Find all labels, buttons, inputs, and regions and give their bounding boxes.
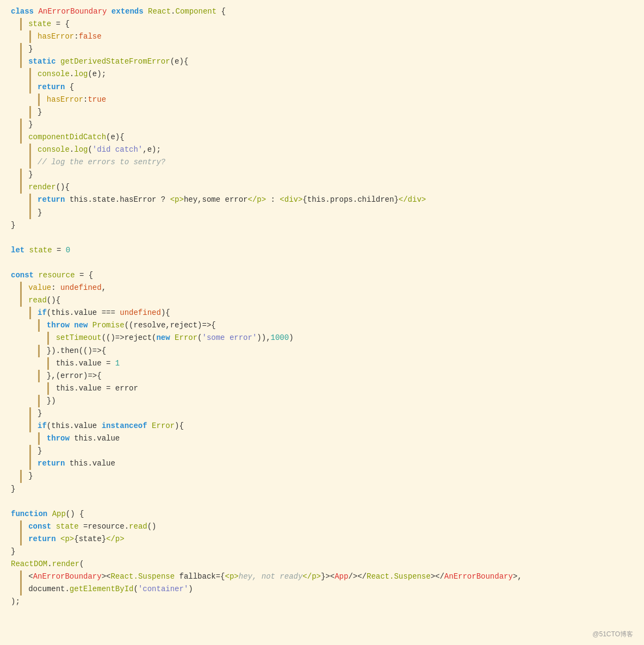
code-line: return this.value xyxy=(11,457,633,470)
indent-bar xyxy=(20,282,26,294)
code-line: },(error)=>{ xyxy=(11,370,633,382)
indent-bar xyxy=(29,156,35,169)
code-line: } xyxy=(11,445,633,457)
code-line: const resource = { xyxy=(11,269,633,282)
code-line: return <p>{state}</p> xyxy=(11,533,633,545)
indent-bar xyxy=(20,570,26,583)
code-line: document.getElementById('container') xyxy=(11,583,633,596)
code-line: render(){ xyxy=(11,181,633,194)
code-line: componentDidCatch(e){ xyxy=(11,131,633,144)
indent-bar xyxy=(20,18,26,30)
indent-bar xyxy=(29,30,35,43)
indent-bar xyxy=(38,370,44,382)
code-line xyxy=(11,495,633,508)
code-line: class AnErrorBoundary extends React.Comp… xyxy=(11,5,633,18)
code-line: } xyxy=(11,483,633,495)
indent-bar xyxy=(38,432,44,445)
code-line: value: undefined, xyxy=(11,282,633,294)
watermark: @51CTO博客 xyxy=(592,629,633,640)
indent-bar xyxy=(29,68,35,80)
code-line: state = { xyxy=(11,18,633,30)
indent-bar xyxy=(47,382,53,395)
code-line: console.log('did catch',e); xyxy=(11,144,633,156)
indent-bar xyxy=(20,131,26,144)
indent-bar xyxy=(20,583,26,596)
code-line: } xyxy=(11,43,633,55)
code-line: } xyxy=(11,169,633,181)
code-line: hasError:false xyxy=(11,30,633,43)
code-line: } xyxy=(11,407,633,420)
indent-bar xyxy=(29,106,35,119)
code-line: static getDerivedStateFromError(e){ xyxy=(11,55,633,68)
indent-bar xyxy=(20,169,26,181)
code-line: } xyxy=(11,106,633,119)
code-line: } xyxy=(11,470,633,482)
code-line: ReactDOM.render( xyxy=(11,558,633,570)
code-line xyxy=(11,257,633,269)
indent-bar xyxy=(38,395,44,407)
code-line: throw this.value xyxy=(11,432,633,445)
indent-bar xyxy=(20,520,26,533)
code-line: if(this.value === undefined){ xyxy=(11,307,633,319)
code-line: const state =resource.read() xyxy=(11,520,633,533)
code-line xyxy=(11,232,633,244)
code-line: setTimeout(()=>reject(new Error('some er… xyxy=(11,332,633,344)
indent-bar xyxy=(20,294,26,307)
indent-bar xyxy=(20,55,26,68)
indent-bar xyxy=(29,194,35,206)
indent-bar xyxy=(20,470,26,482)
code-line: let state = 0 xyxy=(11,244,633,257)
code-line: } xyxy=(11,207,633,219)
indent-bar xyxy=(38,319,44,332)
indent-bar xyxy=(29,420,35,432)
indent-bar xyxy=(29,144,35,156)
indent-bar xyxy=(29,81,35,94)
code-line: if(this.value instanceof Error){ xyxy=(11,420,633,432)
indent-bar xyxy=(47,357,53,370)
code-line: }).then(()=>{ xyxy=(11,345,633,357)
indent-bar xyxy=(20,181,26,194)
indent-bar xyxy=(20,533,26,545)
indent-bar xyxy=(47,332,53,344)
code-container: class AnErrorBoundary extends React.Comp… xyxy=(11,5,633,609)
code-line: } xyxy=(11,219,633,232)
code-line: return this.state.hasError ? <p>hey,some… xyxy=(11,194,633,206)
code-line: } xyxy=(11,545,633,558)
indent-bar xyxy=(38,94,44,106)
indent-bar xyxy=(29,445,35,457)
indent-bar xyxy=(20,119,26,131)
indent-bar xyxy=(20,43,26,55)
code-line: this.value = 1 xyxy=(11,357,633,370)
code-line: // log the errors to sentry? xyxy=(11,156,633,169)
indent-bar xyxy=(29,457,35,470)
code-line: read(){ xyxy=(11,294,633,307)
code-line: }) xyxy=(11,395,633,407)
code-line: return { xyxy=(11,81,633,94)
indent-bar xyxy=(29,307,35,319)
code-line: function App() { xyxy=(11,508,633,520)
code-line: ); xyxy=(11,596,633,608)
code-line: <AnErrorBoundary><React.Suspense fallbac… xyxy=(11,570,633,583)
indent-bar xyxy=(38,345,44,357)
code-line: console.log(e); xyxy=(11,68,633,80)
code-line: throw new Promise((resolve,reject)=>{ xyxy=(11,319,633,332)
code-line: } xyxy=(11,119,633,131)
indent-bar xyxy=(29,207,35,219)
code-line: this.value = error xyxy=(11,382,633,395)
indent-bar xyxy=(29,407,35,420)
code-line: hasError:true xyxy=(11,94,633,106)
